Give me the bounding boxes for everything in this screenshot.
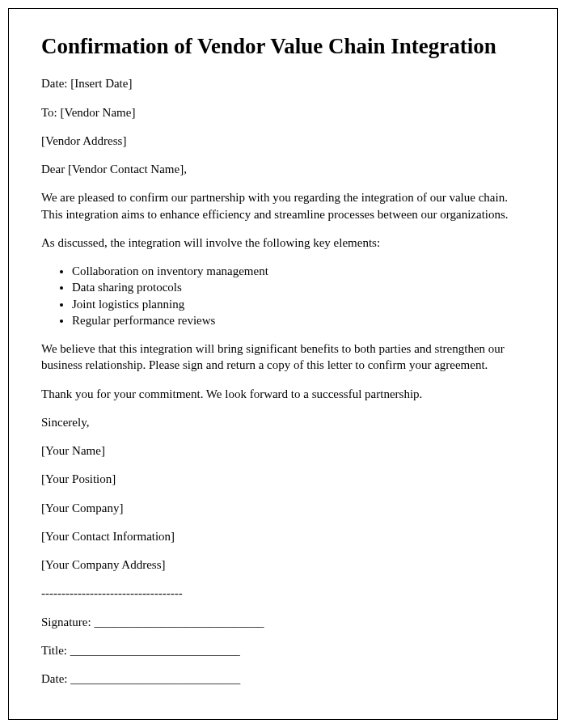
sender-contact: [Your Contact Information] <box>41 528 525 544</box>
sender-name: [Your Name] <box>41 442 525 459</box>
divider-line: ----------------------------------- <box>41 585 525 601</box>
body-paragraph-1: We are pleased to confirm our partnershi… <box>41 189 525 222</box>
body-paragraph-3: We believe that this integration will br… <box>41 341 525 374</box>
to-line: To: [Vendor Name] <box>41 104 525 121</box>
signature-line: Signature: ____________________________ <box>41 614 525 630</box>
sender-company: [Your Company] <box>41 500 525 516</box>
date-line: Date: [Insert Date] <box>41 75 525 91</box>
body-paragraph-2: As discussed, the integration will invol… <box>41 235 525 251</box>
sender-address: [Your Company Address] <box>41 557 525 573</box>
document-page: Confirmation of Vendor Value Chain Integ… <box>8 8 558 720</box>
document-title: Confirmation of Vendor Value Chain Integ… <box>41 33 525 59</box>
sender-position: [Your Position] <box>41 471 525 487</box>
list-item: Data sharing protocols <box>72 279 525 295</box>
list-item: Joint logistics planning <box>72 296 525 312</box>
body-paragraph-4: Thank you for your commitment. We look f… <box>41 386 525 402</box>
title-sign-line: Title: ____________________________ <box>41 642 525 658</box>
list-item: Regular performance reviews <box>72 312 525 328</box>
list-item: Collaboration on inventory management <box>72 263 525 279</box>
closing: Sincerely, <box>41 414 525 430</box>
key-elements-list: Collaboration on inventory management Da… <box>72 263 525 328</box>
vendor-address: [Vendor Address] <box>41 133 525 149</box>
salutation: Dear [Vendor Contact Name], <box>41 161 525 177</box>
date-sign-line: Date: ____________________________ <box>41 671 525 687</box>
